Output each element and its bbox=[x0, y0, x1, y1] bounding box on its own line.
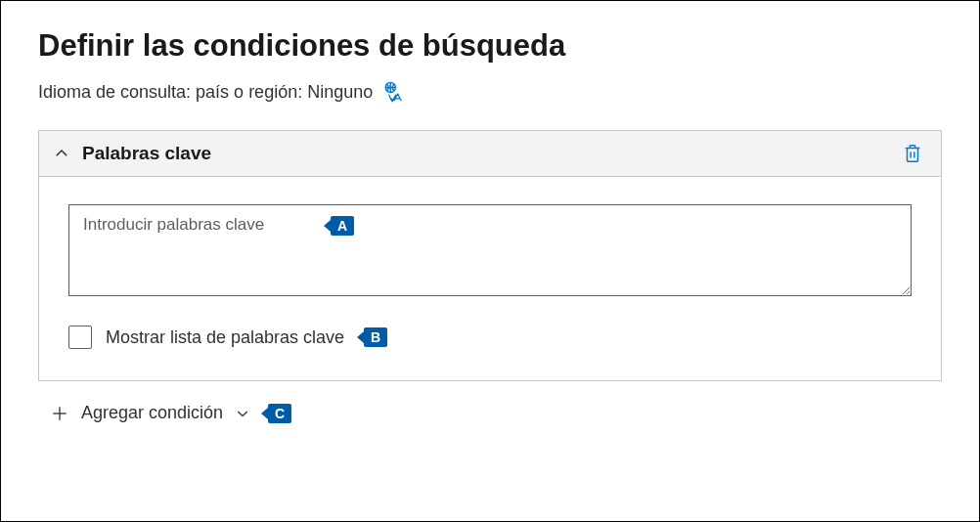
keywords-card: Palabras clave A Mostrar lista de palabr… bbox=[38, 130, 942, 381]
page-title: Definir las condiciones de búsqueda bbox=[38, 28, 942, 64]
keywords-input[interactable] bbox=[68, 204, 912, 296]
query-language-row: Idioma de consulta: país o región: Ningu… bbox=[38, 81, 942, 103]
query-language-label: Idioma de consulta: país o región: Ningu… bbox=[38, 82, 373, 103]
show-keyword-list-label: Mostrar lista de palabras clave bbox=[106, 327, 344, 348]
show-keyword-list-row: Mostrar lista de palabras clave B bbox=[68, 326, 912, 349]
plus-icon bbox=[50, 404, 69, 423]
card-body: A Mostrar lista de palabras clave B bbox=[39, 177, 941, 380]
chevron-down-icon bbox=[235, 406, 250, 421]
add-condition-label: Agregar condición bbox=[81, 403, 223, 423]
card-header[interactable]: Palabras clave bbox=[39, 131, 941, 177]
add-condition-button[interactable]: Agregar condición C bbox=[38, 403, 942, 423]
callout-marker-b: B bbox=[364, 327, 387, 347]
chevron-up-icon[interactable] bbox=[53, 145, 70, 162]
callout-marker-c: C bbox=[268, 404, 291, 423]
trash-icon[interactable] bbox=[902, 143, 923, 164]
callout-marker-a: A bbox=[331, 216, 354, 236]
card-header-title: Palabras clave bbox=[82, 143, 890, 164]
show-keyword-list-checkbox[interactable] bbox=[68, 326, 92, 349]
locale-icon[interactable] bbox=[382, 81, 404, 103]
